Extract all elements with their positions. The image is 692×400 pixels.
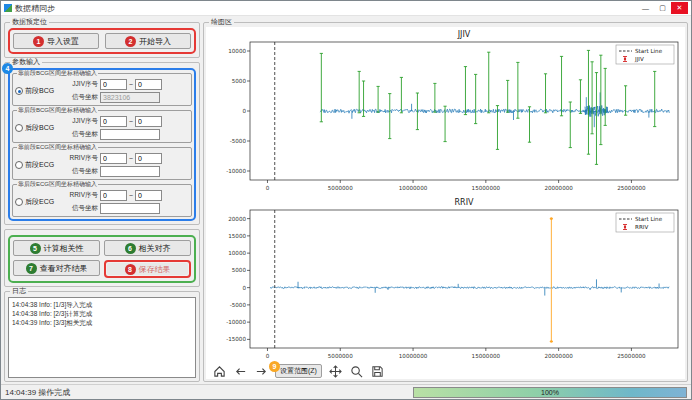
actions-group: 5 计算相关性 6 相关对齐 7 查看对齐结果 8 保存结果	[4, 229, 200, 287]
close-button[interactable]: ✕	[671, 2, 688, 14]
rear-ecg-section: 靠后段ECG区间坐标精确输入 后段ECG RRIV序号 ~	[12, 184, 192, 217]
minimize-button[interactable]: —	[637, 2, 654, 14]
rear-ecg-seq-from-input[interactable]	[100, 190, 127, 201]
front-ecg-section-title: 靠前段ECG区间坐标精确输入	[17, 144, 98, 151]
svg-text:0: 0	[242, 285, 246, 291]
back-icon[interactable]	[233, 364, 247, 378]
status-message: 14:04:39 操作完成	[5, 387, 70, 398]
log-line: 14:04:38 Info: [2/3]计算完成	[12, 309, 192, 318]
log-group-title: 日志	[10, 287, 28, 295]
svg-text:10000000: 10000000	[399, 353, 428, 359]
compute-correlation-label: 计算相关性	[44, 243, 84, 254]
home-icon[interactable]	[212, 364, 226, 378]
step-badge-4: 4	[2, 63, 13, 74]
front-bcg-seq-to-input[interactable]	[135, 79, 162, 90]
app-window: 数据精同步 — ▢ ✕ 数据预定位 1 导入设置 2 开始导入	[0, 0, 692, 400]
maximize-button[interactable]: ▢	[654, 2, 671, 14]
save-result-label: 保存结果	[139, 264, 171, 275]
window-controls: — ▢ ✕	[637, 2, 688, 14]
svg-text:5000000: 5000000	[328, 185, 353, 191]
svg-text:10000: 10000	[228, 48, 246, 54]
front-bcg-coord-input[interactable]	[100, 92, 160, 103]
forward-icon[interactable]	[254, 364, 268, 378]
step-badge-5: 5	[30, 243, 41, 254]
compute-correlation-button[interactable]: 5 计算相关性	[13, 240, 100, 256]
rear-ecg-seq-to-input[interactable]	[135, 190, 162, 201]
svg-text:15000000: 15000000	[472, 185, 501, 191]
svg-text:5000: 5000	[232, 78, 247, 84]
progress-bar: 100%	[413, 387, 687, 398]
rear-bcg-seq-to-input[interactable]	[135, 116, 162, 127]
plot-area-group: 绘图区 JJIV-10000-5000050001000005000000100…	[203, 22, 688, 382]
range-separator: ~	[129, 118, 133, 125]
window-title: 数据精同步	[15, 3, 637, 14]
step-badge-7: 7	[26, 263, 37, 274]
start-import-label: 开始导入	[139, 36, 171, 47]
rear-bcg-radio[interactable]: 后段BCG	[15, 123, 61, 133]
front-ecg-radio[interactable]: 前段ECG	[15, 160, 61, 170]
rear-ecg-radio[interactable]: 后段ECG	[15, 197, 61, 207]
range-separator: ~	[129, 155, 133, 162]
rear-ecg-section-title: 靠后段ECG区间坐标精确输入	[17, 181, 98, 188]
front-bcg-radio-label: 前段BCG	[25, 86, 54, 96]
log-group: 日志 14:04:38 Info: [1/3]导入完成 14:04:38 Inf…	[4, 291, 200, 382]
seq-label: JJIV序号	[64, 117, 98, 126]
import-settings-button[interactable]: 1 导入设置	[13, 33, 99, 49]
save-result-button[interactable]: 8 保存结果	[107, 263, 188, 275]
left-panel: 数据预定位 1 导入设置 2 开始导入 参数输入 4	[4, 18, 200, 382]
svg-text:RRIV: RRIV	[455, 198, 474, 207]
view-align-result-label: 查看对齐结果	[40, 263, 88, 274]
svg-text:0: 0	[266, 185, 270, 191]
rear-bcg-section-title: 靠后段BCG区间坐标精确输入	[17, 107, 98, 114]
save-icon[interactable]	[371, 364, 385, 378]
import-settings-label: 导入设置	[47, 36, 79, 47]
svg-text:0: 0	[242, 108, 246, 114]
seq-label: JJIV序号	[64, 80, 98, 89]
set-range-button[interactable]: 设置范围(Z)	[275, 364, 322, 378]
front-ecg-section: 靠前段ECG区间坐标精确输入 前段ECG RRIV序号 ~	[12, 147, 192, 180]
front-ecg-seq-to-input[interactable]	[135, 153, 162, 164]
correlation-align-button[interactable]: 6 相关对齐	[104, 240, 191, 256]
svg-text:-10000: -10000	[226, 319, 246, 325]
rear-bcg-seq-from-input[interactable]	[100, 116, 127, 127]
params-highlight-box: 4 靠前段BCG区间坐标精确输入 前段BCG JJIV序号	[8, 68, 196, 221]
log-line: 14:04:39 Info: [3/3]相关完成	[12, 318, 192, 327]
svg-text:-15000: -15000	[226, 336, 246, 342]
svg-text:5000000: 5000000	[328, 353, 353, 359]
radio-icon	[15, 87, 23, 95]
step-badge-2: 2	[125, 36, 136, 47]
status-bar: 14:04:39 操作完成 100%	[1, 384, 691, 399]
plot-area-title: 绘图区	[209, 18, 234, 26]
rriv-chart[interactable]: RRIV-15000-10000-50000500010000150002000…	[206, 195, 686, 363]
start-import-button[interactable]: 2 开始导入	[105, 33, 191, 49]
svg-text:20000000: 20000000	[544, 185, 573, 191]
rear-ecg-coord-input[interactable]	[100, 203, 160, 214]
front-bcg-seq-from-input[interactable]	[100, 79, 127, 90]
pan-icon[interactable]	[329, 364, 343, 378]
svg-text:5000: 5000	[232, 267, 247, 273]
rear-bcg-coord-input[interactable]	[100, 129, 160, 140]
zoom-icon[interactable]	[350, 364, 364, 378]
front-ecg-coord-input[interactable]	[100, 166, 160, 177]
front-ecg-seq-from-input[interactable]	[100, 153, 127, 164]
svg-text:JJIV: JJIV	[634, 56, 644, 63]
log-line: 14:04:38 Info: [1/3]导入完成	[12, 300, 192, 309]
radio-icon	[15, 198, 23, 206]
rear-bcg-radio-label: 后段BCG	[25, 123, 54, 133]
log-list[interactable]: 14:04:38 Info: [1/3]导入完成 14:04:38 Info: …	[8, 297, 196, 378]
svg-text:RRIV: RRIV	[635, 224, 648, 230]
svg-text:15000: 15000	[228, 233, 246, 239]
svg-text:25000000: 25000000	[617, 185, 646, 191]
range-separator: ~	[129, 192, 133, 199]
front-bcg-radio[interactable]: 前段BCG	[15, 86, 61, 96]
jjiv-chart[interactable]: JJIV-10000-50000500010000050000001000000…	[206, 27, 686, 195]
view-align-result-button[interactable]: 7 查看对齐结果	[13, 260, 100, 276]
params-group: 参数输入 4 靠前段BCG区间坐标精确输入 前段BCG JJI	[4, 62, 200, 225]
coord-label: 信号坐标	[64, 204, 98, 213]
coord-label: 信号坐标	[64, 93, 98, 102]
app-icon	[4, 4, 12, 12]
actions-highlight-box: 5 计算相关性 6 相关对齐 7 查看对齐结果 8 保存结果	[8, 235, 196, 283]
import-group-title: 数据预定位	[10, 18, 49, 26]
svg-text:0: 0	[266, 353, 270, 359]
rear-bcg-section: 靠后段BCG区间坐标精确输入 后段BCG JJIV序号 ~	[12, 110, 192, 143]
